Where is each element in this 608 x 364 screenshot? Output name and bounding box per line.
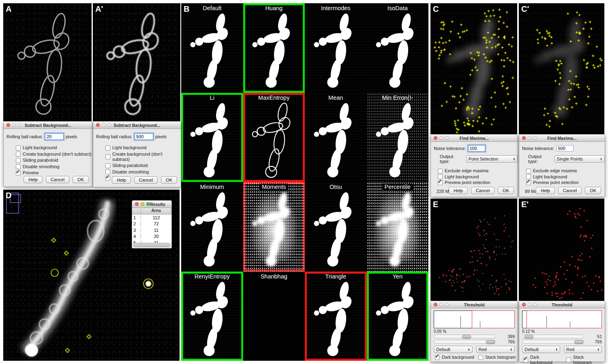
minimize-button[interactable] [439, 136, 443, 140]
checkbox-box[interactable] [566, 358, 571, 362]
results-title: Results [150, 202, 165, 207]
zoom-button[interactable] [533, 136, 537, 140]
checkbox-label: Stack histogram [485, 355, 516, 360]
light-background-checkbox[interactable]: Light background [105, 145, 181, 150]
light-background-checkbox[interactable]: Light background [16, 145, 92, 150]
panel-c-prime-image: C' [519, 3, 604, 134]
slider-thumb[interactable] [462, 335, 471, 339]
checkbox-box[interactable] [526, 180, 531, 185]
cancel-button[interactable]: Cancel [558, 187, 582, 194]
minimize-button[interactable] [528, 303, 531, 306]
checkbox-box[interactable] [105, 146, 110, 150]
close-button[interactable] [522, 303, 526, 306]
checkbox-box[interactable] [105, 154, 110, 159]
checkbox-box[interactable] [16, 158, 21, 163]
noise-tolerance-input[interactable] [468, 145, 485, 152]
threshold-histogram [434, 310, 515, 328]
help-button[interactable]: Help [112, 176, 131, 184]
checkbox-box[interactable] [523, 358, 528, 362]
results-row[interactable]: 1112 [132, 214, 171, 221]
checkbox-box[interactable] [16, 171, 21, 176]
checkbox-box[interactable] [105, 163, 110, 168]
cancel-button[interactable]: Cancel [46, 176, 69, 183]
area-column-header[interactable]: Area [141, 208, 171, 214]
lower-threshold-slider[interactable] [522, 334, 584, 338]
help-button[interactable]: Help [449, 187, 468, 194]
preview-checkbox[interactable]: Preview [16, 170, 92, 176]
cancel-button[interactable]: Cancel [134, 176, 158, 184]
radius-label: Rolling ball radius: [96, 134, 133, 139]
create-background-checkbox[interactable]: Create background (don't subtract) [105, 152, 181, 162]
zoom-button[interactable] [146, 202, 150, 206]
lower-threshold-slider[interactable] [434, 334, 495, 338]
slider-thumb[interactable] [486, 340, 495, 344]
results-row[interactable]: 311 [132, 227, 171, 233]
minimize-button[interactable] [439, 303, 443, 306]
close-button[interactable] [6, 123, 10, 127]
horizontal-scrollbar[interactable] [133, 243, 171, 247]
rolling-ball-radius-input[interactable] [135, 133, 153, 140]
checkbox-box[interactable] [478, 355, 483, 360]
create-background-checkbox[interactable]: Create background (don't subtract) [16, 152, 92, 157]
results-row[interactable]: 272 [132, 221, 171, 227]
minimize-button[interactable] [528, 136, 531, 140]
slider-thumb[interactable] [525, 335, 533, 339]
upper-threshold-slider[interactable] [522, 340, 584, 344]
display-mode-select[interactable]: Red▲▼ [476, 346, 515, 353]
ok-button[interactable]: OK [585, 187, 601, 194]
results-row[interactable]: 420 [132, 233, 171, 240]
sliding-paraboloid-checkbox[interactable]: Sliding paraboloid [16, 158, 92, 163]
method-select[interactable]: Default▲▼ [522, 346, 560, 353]
checkbox-box[interactable] [16, 152, 21, 156]
dialog-title: Find Maxima... [547, 136, 576, 141]
help-button[interactable]: Help [24, 176, 43, 183]
minimize-button[interactable] [12, 123, 16, 127]
minimize-button[interactable] [102, 123, 105, 127]
close-button[interactable] [434, 136, 437, 140]
dark-background-checkbox[interactable]: Dark background [435, 355, 474, 360]
close-button[interactable] [434, 303, 437, 306]
checkbox-box[interactable] [435, 355, 440, 360]
stack-histogram-checkbox[interactable]: Stack histogram [566, 355, 603, 364]
cancel-button[interactable]: Cancel [471, 187, 495, 194]
stepper-arrows-icon: ▲▼ [466, 348, 470, 351]
checkbox-box[interactable] [438, 169, 443, 173]
sliding-paraboloid-checkbox[interactable]: Sliding paraboloid [105, 163, 181, 168]
preview-point-selection-checkbox[interactable]: Preview point selection [526, 180, 605, 185]
ok-button[interactable]: OK [73, 176, 89, 183]
output-type-select[interactable]: Single Points ▲▼ [554, 155, 605, 163]
zoom-button[interactable] [445, 303, 449, 306]
upper-threshold-slider[interactable] [434, 340, 495, 344]
checkbox-box[interactable] [438, 180, 443, 185]
disable-smoothing-checkbox[interactable]: Disable smoothing [105, 169, 181, 175]
close-button[interactable] [522, 136, 526, 140]
ok-button[interactable]: OK [498, 187, 514, 194]
minimize-button[interactable] [141, 202, 144, 206]
ok-button[interactable]: OK [161, 176, 177, 184]
light-background-checkbox[interactable]: Light background [438, 174, 518, 180]
output-type-label: Output type: [440, 154, 464, 164]
slider-thumb[interactable] [574, 340, 583, 344]
help-button[interactable]: Help [536, 187, 555, 194]
noise-tolerance-input[interactable] [557, 145, 574, 152]
display-mode-select[interactable]: Red▲▼ [564, 346, 602, 353]
zoom-button[interactable] [445, 136, 449, 140]
rolling-ball-radius-input[interactable] [45, 133, 64, 140]
dialog-titlebar: Find Maxima... [519, 135, 605, 142]
dark-background-checkbox[interactable]: Dark background [523, 355, 562, 364]
exclude-edge-maxima-checkbox[interactable]: Exclude edge maxima [526, 168, 605, 173]
disable-smoothing-checkbox[interactable]: Disable smoothing [16, 164, 92, 169]
method-select[interactable]: Default▲▼ [434, 346, 473, 353]
exclude-edge-maxima-checkbox[interactable]: Exclude edge maxima [438, 168, 518, 173]
checkbox-box[interactable] [526, 169, 531, 173]
output-type-select[interactable]: Point Selection ▲▼ [466, 155, 518, 163]
zoom-button[interactable] [107, 123, 111, 127]
stack-histogram-checkbox[interactable]: Stack histogram [478, 355, 516, 360]
zoom-button[interactable] [533, 303, 537, 306]
close-button[interactable] [96, 123, 100, 127]
close-button[interactable] [135, 202, 139, 206]
zoom-button[interactable] [18, 123, 21, 127]
preview-point-selection-checkbox[interactable]: Preview point selection [438, 180, 518, 185]
light-background-checkbox[interactable]: Light background [526, 174, 605, 180]
checkbox-box[interactable] [16, 146, 21, 150]
